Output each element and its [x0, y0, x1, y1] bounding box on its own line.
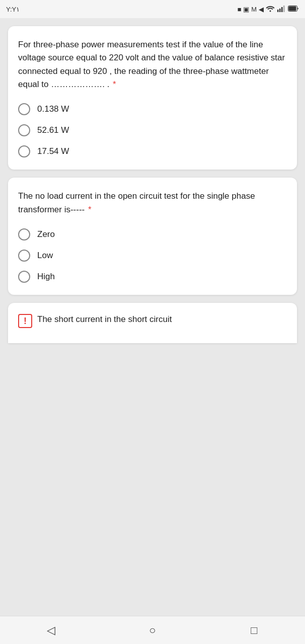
question-1-text: For three-phase power measurements test … — [18, 38, 287, 91]
radio-q2-c[interactable] — [18, 271, 30, 283]
required-star-2: * — [88, 205, 92, 214]
notification-icons: ■ ▣ — [238, 6, 249, 13]
radio-q1-b[interactable] — [18, 124, 30, 136]
question-2-options: Zero Low High — [18, 228, 287, 283]
battery-level — [288, 6, 299, 13]
option-q2-b[interactable]: Low — [18, 250, 287, 262]
option-q1-a[interactable]: 0.138 W — [18, 103, 287, 115]
nav-recent-button[interactable]: □ — [242, 618, 266, 642]
question-card-1: For three-phase power measurements test … — [8, 26, 297, 170]
status-bar: Y:Y١ ■ ▣ M ◀ — [0, 0, 305, 18]
required-star-1: * — [110, 79, 116, 89]
home-icon: ○ — [149, 624, 156, 637]
option-q1-c[interactable]: 17.54 W — [18, 145, 287, 157]
radio-q2-a[interactable] — [18, 228, 30, 240]
radio-q1-a[interactable] — [18, 103, 30, 115]
svg-rect-1 — [279, 9, 281, 12]
status-icons: ■ ▣ M ◀ — [238, 5, 299, 14]
warning-icon: ! — [18, 314, 32, 328]
mail-icon: M — [251, 6, 257, 13]
option-q2-c[interactable]: High — [18, 271, 287, 283]
option-q1-c-label: 17.54 W — [37, 146, 69, 156]
question-card-2: The no load current in the open circuit … — [8, 178, 297, 295]
question-2-text: The no load current in the open circuit … — [18, 190, 287, 216]
svg-rect-5 — [289, 6, 296, 11]
navigation-icon: ◀ — [259, 6, 264, 13]
nav-bar: ◁ ○ □ — [0, 616, 305, 644]
question-1-options: 0.138 W 52.61 W 17.54 W — [18, 103, 287, 157]
option-q1-b[interactable]: 52.61 W — [18, 124, 287, 136]
back-icon: ◁ — [47, 624, 55, 637]
option-q2-b-label: Low — [37, 251, 53, 261]
partial-question-text: The short current in the short circuit — [37, 313, 172, 326]
svg-rect-2 — [281, 7, 283, 12]
wifi-icon — [266, 5, 275, 14]
radio-q1-c[interactable] — [18, 145, 30, 157]
partial-question-card: ! The short current in the short circuit — [8, 303, 297, 343]
svg-rect-0 — [277, 10, 279, 12]
option-q2-a[interactable]: Zero — [18, 228, 287, 240]
warning-exclamation: ! — [24, 316, 27, 326]
nav-back-button[interactable]: ◁ — [39, 618, 63, 642]
nav-home-button[interactable]: ○ — [140, 618, 165, 642]
signal-strength — [277, 5, 286, 14]
status-time: Y:Y١ — [6, 6, 20, 13]
recent-icon: □ — [251, 624, 257, 637]
option-q1-b-label: 52.61 W — [37, 125, 69, 135]
radio-q2-b[interactable] — [18, 250, 30, 262]
option-q2-c-label: High — [37, 272, 55, 282]
option-q1-a-label: 0.138 W — [37, 104, 69, 114]
svg-rect-3 — [283, 6, 285, 12]
option-q2-a-label: Zero — [37, 229, 55, 239]
content-area: For three-phase power measurements test … — [0, 18, 305, 616]
